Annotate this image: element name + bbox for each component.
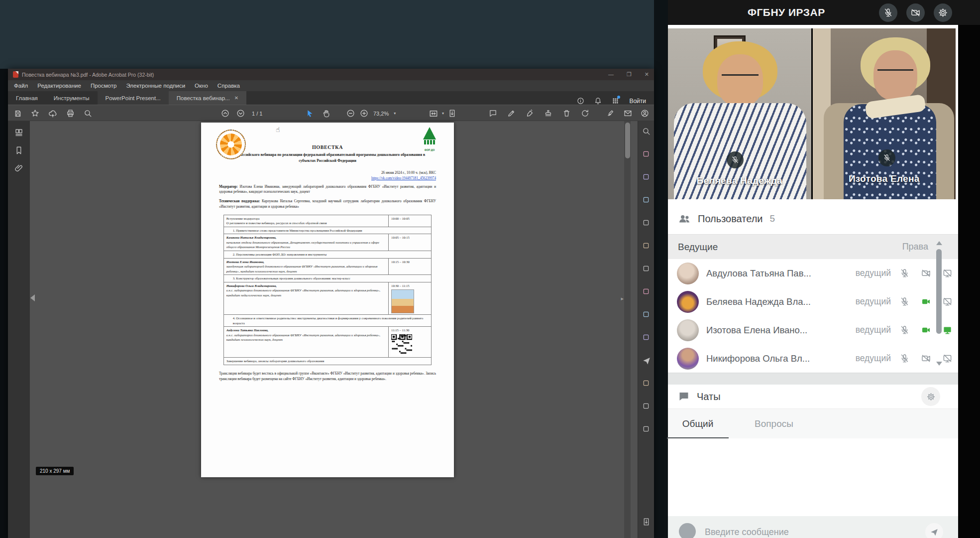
scroll-up-icon[interactable] <box>936 238 942 245</box>
menu-справка[interactable]: Справка <box>218 83 240 89</box>
cam-status-muted-icon[interactable] <box>915 354 937 363</box>
cam-status-on-icon[interactable] <box>915 325 937 335</box>
participant-row[interactable]: Никифорова Ольга Вл...ведущий <box>668 344 958 373</box>
fill-sign-icon[interactable] <box>642 333 650 341</box>
page-down-icon[interactable] <box>236 109 245 118</box>
window-control[interactable]: ✕ <box>645 71 649 78</box>
fit-caret-icon[interactable]: ▾ <box>442 111 444 116</box>
users-icon <box>678 212 691 225</box>
account-icon[interactable] <box>641 109 649 118</box>
bell-icon[interactable] <box>594 97 602 105</box>
stamp-tool-icon[interactable] <box>642 379 650 387</box>
chat-input-row[interactable]: Введите сообщение <box>668 516 958 538</box>
cam-status-on-icon[interactable] <box>915 297 937 306</box>
sign-in-button[interactable]: Войти <box>629 98 646 105</box>
zoom-out-icon[interactable] <box>346 109 355 118</box>
combine-icon[interactable] <box>642 219 650 227</box>
close-tab-icon[interactable]: ✕ <box>234 95 238 101</box>
cloud-upload-icon[interactable] <box>48 109 57 118</box>
hand-tool-icon[interactable] <box>322 109 330 118</box>
menu-электронные подписи[interactable]: Электронные подписи <box>126 83 185 89</box>
cam-status-muted-icon[interactable] <box>915 269 937 278</box>
star-icon[interactable] <box>31 109 39 118</box>
info-icon[interactable] <box>577 97 584 105</box>
zoom-caret-icon[interactable]: ▾ <box>394 111 396 116</box>
tab-главная[interactable]: Главная <box>8 91 46 105</box>
ink-pen-icon[interactable] <box>607 109 615 118</box>
thumbnails-icon[interactable] <box>14 128 23 137</box>
emoji-button[interactable] <box>679 523 696 538</box>
mic-status-muted-icon[interactable] <box>894 269 915 278</box>
collapse-right-icon[interactable]: ▸ <box>621 295 624 302</box>
paperclip-icon[interactable] <box>14 164 23 173</box>
collapse-left-icon[interactable] <box>27 294 35 301</box>
pointer-tool-icon[interactable] <box>306 109 314 118</box>
expand-panel-icon[interactable] <box>642 518 651 526</box>
compress-icon[interactable] <box>642 265 650 272</box>
scrollbar-thumb[interactable] <box>625 123 630 158</box>
participant-row[interactable]: Беляева Надежда Вла...ведущий <box>668 287 958 316</box>
save-icon[interactable] <box>14 110 22 118</box>
participant-role: ведущий <box>845 353 891 364</box>
menu-редактирование[interactable]: Редактирование <box>37 83 81 89</box>
window-control[interactable]: ― <box>608 71 614 78</box>
edit-pdf-icon[interactable] <box>642 173 650 181</box>
avatar <box>677 319 699 341</box>
send-button[interactable] <box>925 523 943 538</box>
list-scrollbar[interactable] <box>935 238 943 372</box>
send-icon[interactable] <box>642 356 651 365</box>
more-tools-icon[interactable] <box>642 425 650 433</box>
video-feed-izotova[interactable]: Изотова Елена <box>813 28 956 199</box>
tab-повестка-вебинар-[interactable]: Повестка вебинар...✕ <box>169 91 246 105</box>
chat-tab-вопросы[interactable]: Вопросы <box>737 409 811 439</box>
scroll-mode-icon[interactable] <box>448 109 456 118</box>
rotate-icon[interactable] <box>581 109 589 118</box>
message-input[interactable]: Введите сообщение <box>705 527 925 538</box>
settings-button[interactable] <box>934 3 952 22</box>
participant-row[interactable]: Изотова Елена Ивано...ведущий <box>668 316 958 344</box>
mic-status-muted-icon[interactable] <box>894 325 915 335</box>
pencil-icon[interactable] <box>507 109 516 118</box>
menu-окно[interactable]: Окно <box>195 83 208 89</box>
camera-off-button[interactable] <box>906 3 925 22</box>
participant-row[interactable]: Авдулова Татьяна Пав...ведущий <box>668 259 958 287</box>
mic-off-button[interactable] <box>879 3 897 22</box>
tab-powerpoint-present-[interactable]: PowerPoint Present... <box>98 91 169 105</box>
sign-icon[interactable] <box>526 109 534 118</box>
document-scrollbar[interactable] <box>624 121 631 538</box>
apps-grid-icon[interactable] <box>612 97 619 105</box>
stamp-icon[interactable] <box>544 109 552 118</box>
fit-width-icon[interactable] <box>429 109 438 118</box>
window-control[interactable]: ❐ <box>627 71 632 78</box>
page-indicator[interactable]: 1 / 1 <box>252 111 262 117</box>
doc-datetime: 26 июня 2024 г., 10:00 ч. (мск), ВКС <box>219 171 436 175</box>
search-icon[interactable] <box>642 127 651 135</box>
mic-status-muted-icon[interactable] <box>894 354 915 363</box>
scrollbar-thumb[interactable] <box>936 249 942 334</box>
bookmark-icon[interactable] <box>14 146 23 155</box>
zoom-level[interactable]: 73,2% <box>373 111 389 117</box>
measure-icon[interactable] <box>642 402 650 410</box>
tab-инструменты[interactable]: Инструменты <box>46 91 98 105</box>
print-icon[interactable] <box>66 109 75 118</box>
mic-status-muted-icon[interactable] <box>894 297 915 306</box>
chat-tab-общий[interactable]: Общий <box>668 409 728 439</box>
menu-файл[interactable]: Файл <box>14 83 28 89</box>
envelope-icon[interactable] <box>624 109 632 118</box>
scroll-down-icon[interactable] <box>936 362 942 369</box>
organize-icon[interactable] <box>642 242 650 250</box>
chat-settings-button[interactable] <box>921 387 940 406</box>
protect-icon[interactable] <box>642 310 650 318</box>
export-pdf-icon[interactable] <box>642 150 650 158</box>
doc-support: Техническая поддержка: Карпунова Наталья… <box>219 199 436 210</box>
comment-tool-icon[interactable] <box>642 196 650 204</box>
video-feed-belyaeva[interactable]: Беляева Надежда <box>668 28 811 199</box>
redact-icon[interactable] <box>642 287 650 295</box>
doc-link[interactable]: https://vk.com/video-194497181_456239974 <box>219 176 436 180</box>
page-up-icon[interactable] <box>221 109 229 118</box>
trash-icon[interactable] <box>562 109 571 118</box>
menu-просмотр[interactable]: Просмотр <box>91 83 117 89</box>
comment-icon[interactable] <box>489 109 497 118</box>
search-icon[interactable] <box>84 109 92 118</box>
zoom-in-icon[interactable] <box>360 109 368 118</box>
